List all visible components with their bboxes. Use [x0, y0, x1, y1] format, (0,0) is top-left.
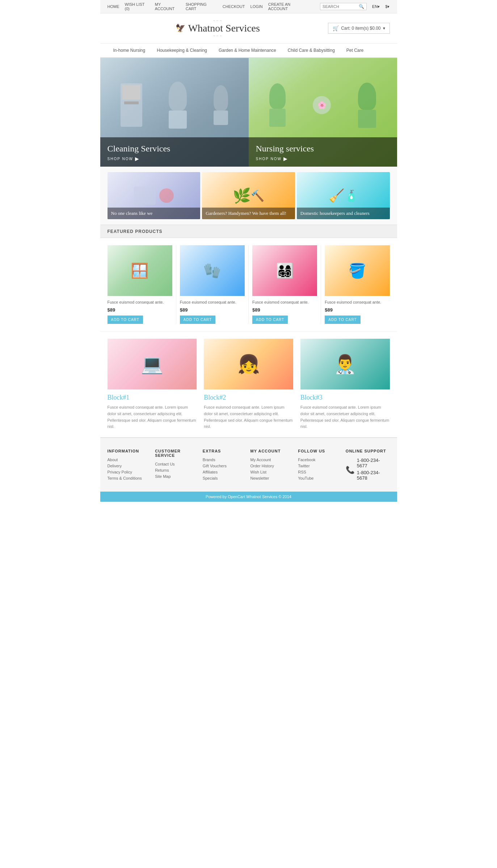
footer-delivery[interactable]: Delivery	[108, 464, 152, 468]
block-1-title: Block#1	[108, 394, 197, 401]
footer-returns[interactable]: Returns	[155, 468, 199, 472]
banner-domestic[interactable]: 🧹 🧴 Domestic housekeepers and cleaners	[297, 172, 390, 219]
nav-garden[interactable]: Garden & Home Maintenance	[213, 43, 282, 57]
nav-myaccount[interactable]: MY ACCOUNT	[155, 2, 180, 11]
nav-cart[interactable]: SHOPPING CART	[186, 2, 217, 11]
footer-extras: EXTRAS Brands Gift Vouchers Affiliates S…	[203, 449, 247, 484]
main-navigation: In-home Nursing Housekeeping & Cleaning …	[100, 43, 397, 58]
product-card-2: 🧤 Fusce euismod consequat ante. $89 ADD …	[176, 245, 249, 324]
block-3-desc: Fusce euismod consequat ante. Lorem ipsu…	[300, 404, 390, 430]
footer-terms[interactable]: Terms & Conditions	[108, 476, 152, 480]
footer-order-history[interactable]: Order History	[250, 464, 295, 468]
phone-2: 1-800-234-5678	[357, 470, 390, 481]
banner-cleaning[interactable]: No one cleans like we	[108, 172, 201, 219]
hero-nursing-shop-now[interactable]: SHOP NOW ▶	[256, 156, 390, 162]
search-icon[interactable]: 🔍	[359, 4, 364, 9]
footer-gift-vouchers[interactable]: Gift Vouchers	[203, 464, 247, 468]
footer-privacy[interactable]: Privacy Policy	[108, 470, 152, 474]
product-img-1: 🪟	[108, 245, 172, 296]
footer-my-account-link[interactable]: My Account	[250, 458, 295, 462]
footer-twitter[interactable]: Twitter	[298, 464, 342, 468]
currency-selector[interactable]: $▾	[385, 4, 389, 9]
footer-youtube[interactable]: YouTube	[298, 476, 342, 480]
nav-checkout[interactable]: CHECKOUT	[223, 4, 245, 9]
add-to-cart-2[interactable]: ADD TO CART	[180, 316, 215, 324]
footer-sitemap[interactable]: Site Map	[155, 474, 199, 479]
hero-nursing-title: Nursing services	[256, 144, 390, 154]
language-selector[interactable]: EN▾	[372, 4, 380, 9]
block-img-1: 💻	[108, 339, 197, 389]
cart-dropdown-icon: ▾	[383, 26, 385, 31]
product-card-3: 👨‍👩‍👧‍👦 Fusce euismod consequat ante. $8…	[249, 245, 321, 324]
product-img-3: 👨‍👩‍👧‍👦	[252, 245, 317, 296]
product-price-3: $89	[252, 307, 317, 313]
phone-icon: 📞	[346, 466, 355, 474]
footer-extras-title: EXTRAS	[203, 449, 247, 453]
nav-login[interactable]: LOGIN	[250, 4, 263, 9]
hero-cleaning[interactable]: Cleaning Services SHOP NOW ▶	[100, 58, 249, 167]
block-2: 👧 Block#2 Fusce euismod consequat ante. …	[204, 339, 293, 430]
block-img-3: 👨‍⚕️	[300, 339, 390, 389]
footer-my-account: MY ACCOUNT My Account Order History Wish…	[250, 449, 295, 484]
product-desc-4: Fusce euismod consequat ante.	[325, 300, 389, 305]
footer-specials[interactable]: Specials	[203, 476, 247, 480]
footer-account-title: MY ACCOUNT	[250, 449, 295, 453]
site-header: ~ ~ ~ 🦅 Whatnot Services ~ ~ ~ 🛒 Cart: 0…	[100, 13, 397, 43]
banner-1-text: No one cleans like we	[111, 210, 153, 216]
footer-facebook[interactable]: Facebook	[298, 458, 342, 462]
footer-columns: INFORMATION About Delivery Privacy Polic…	[108, 449, 390, 484]
footer-newsletter[interactable]: Newsletter	[250, 476, 295, 480]
product-card-4: 🪣 Fusce euismod consequat ante. $89 ADD …	[321, 245, 389, 324]
banners-section: No one cleans like we 🌿 🔨 Gardeners? Han…	[100, 167, 397, 225]
footer-rss[interactable]: RSS	[298, 470, 342, 474]
add-to-cart-4[interactable]: ADD TO CART	[325, 316, 360, 324]
block-2-desc: Fusce euismod consequat ante. Lorem ipsu…	[204, 404, 293, 430]
add-to-cart-3[interactable]: ADD TO CART	[252, 316, 288, 324]
banner-garden[interactable]: 🌿 🔨 Gardeners? Handymen? We have them al…	[202, 172, 295, 219]
product-img-2: 🧤	[180, 245, 245, 296]
product-img-4: 🪣	[325, 245, 389, 296]
nav-home[interactable]: HOME	[108, 4, 119, 9]
footer-follow-us: FOLLOW US Facebook Twitter RSS YouTube	[298, 449, 342, 484]
nav-create-account[interactable]: CREATE AN ACCOUNT	[268, 2, 309, 11]
banner-2-text: Gardeners? Handymen? We have them all!	[206, 210, 286, 216]
blocks-section: 💻 Block#1 Fusce euismod consequat ante. …	[100, 331, 397, 437]
footer-about[interactable]: About	[108, 458, 152, 462]
hero-cleaning-title: Cleaning Services	[108, 144, 241, 154]
cart-button[interactable]: 🛒 Cart: 0 item(s) $0.00 ▾	[328, 23, 389, 34]
footer-follow-title: FOLLOW US	[298, 449, 342, 453]
top-navigation: HOME WISH LIST (0) MY ACCOUNT SHOPPING C…	[100, 0, 397, 13]
nav-nursing[interactable]: In-home Nursing	[108, 43, 151, 57]
logo[interactable]: ~ ~ ~ 🦅 Whatnot Services ~ ~ ~	[108, 19, 328, 38]
footer-wish-list[interactable]: Wish List	[250, 470, 295, 474]
add-to-cart-1[interactable]: ADD TO CART	[108, 316, 143, 324]
nav-childcare[interactable]: Child Care & Babysitting	[282, 43, 341, 57]
footer-contact[interactable]: Contact Us	[155, 462, 199, 466]
block-1-desc: Fusce euismod consequat ante. Lorem ipsu…	[108, 404, 197, 430]
footer-customer-service: CUSTOMER SERVICE Contact Us Returns Site…	[155, 449, 199, 484]
nav-wishlist[interactable]: WISH LIST (0)	[125, 2, 149, 11]
product-price-2: $89	[180, 307, 245, 313]
shop-now-arrow-2: ▶	[283, 156, 288, 162]
footer-info-title: INFORMATION	[108, 449, 152, 453]
footer-bottom: Powered by OpenCart Whatnot Services © 2…	[100, 492, 397, 502]
search-input[interactable]	[323, 4, 359, 9]
search-bar: 🔍	[320, 3, 367, 10]
block-3-title: Block#3	[300, 394, 390, 401]
phone-1: 1-800-234-5677	[357, 458, 390, 468]
block-2-title: Block#2	[204, 394, 293, 401]
featured-title: FEATURED PRODUCTS	[108, 229, 163, 234]
nav-petcare[interactable]: Pet Care	[341, 43, 369, 57]
hero-cleaning-shop-now[interactable]: SHOP NOW ▶	[108, 156, 241, 162]
product-price-4: $89	[325, 307, 389, 313]
banner-3-text: Domestic housekeepers and cleaners	[300, 210, 370, 216]
hero-section: Cleaning Services SHOP NOW ▶ 🌸 Nursing s…	[100, 58, 397, 167]
hero-nursing[interactable]: 🌸 Nursing services SHOP NOW ▶	[249, 58, 397, 167]
footer-support-title: ONLINE SUPPORT	[346, 449, 390, 453]
hero-left-overlay: Cleaning Services SHOP NOW ▶	[100, 137, 249, 167]
footer-affiliates[interactable]: Affiliates	[203, 470, 247, 474]
footer-support: ONLINE SUPPORT 📞 1-800-234-5677 1-800-23…	[346, 449, 390, 484]
block-img-2: 👧	[204, 339, 293, 389]
nav-housekeeping[interactable]: Housekeeping & Cleaning	[151, 43, 213, 57]
footer-brands[interactable]: Brands	[203, 458, 247, 462]
